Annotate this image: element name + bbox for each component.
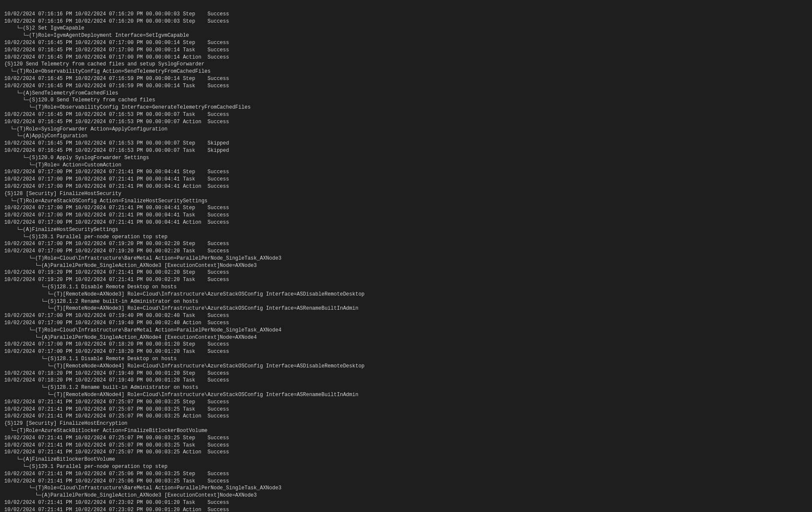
tree-line: └─(T)Role=ObservabilityConfig Action=Sen… (4, 68, 210, 74)
log-line: 10/02/2024 07:21:41 PM 10/02/2024 07:25:… (4, 435, 229, 441)
tree-line: └─(T)Role=Cloud\Infrastructure\BareMetal… (4, 485, 281, 491)
log-line: 10/02/2024 07:17:00 PM 10/02/2024 07:21:… (4, 169, 229, 175)
log-line: 10/02/2024 07:16:16 PM 10/02/2024 07:16:… (4, 11, 229, 17)
tree-line: └─(S)128.1.2 Rename built-in Administrat… (4, 299, 198, 305)
log-line: 10/02/2024 07:16:45 PM 10/02/2024 07:16:… (4, 140, 229, 146)
tree-line: {S}120 Send Telemetry from cached files … (4, 61, 204, 67)
tree-line: └─(A)SendTelemetryFromCachedFiles (4, 90, 118, 96)
tree-line: └─(S)129.1 Parallel per-node operation t… (4, 464, 168, 470)
tree-line: └─(T)Role=AzureStackBitlocker Action=Fin… (4, 428, 207, 434)
log-line: 10/02/2024 07:18:20 PM 10/02/2024 07:19:… (4, 377, 229, 383)
log-line: 10/02/2024 07:17:00 PM 10/02/2024 07:21:… (4, 205, 229, 211)
log-line: 10/02/2024 07:19:20 PM 10/02/2024 07:21:… (4, 269, 229, 275)
log-line: 10/02/2024 07:21:41 PM 10/02/2024 07:23:… (4, 507, 229, 512)
log-line: 10/02/2024 07:21:41 PM 10/02/2024 07:25:… (4, 478, 229, 484)
log-line: 10/02/2024 07:17:00 PM 10/02/2024 07:18:… (4, 341, 229, 347)
log-line: 10/02/2024 07:16:45 PM 10/02/2024 07:16:… (4, 148, 229, 154)
log-line: 10/02/2024 07:21:41 PM 10/02/2024 07:25:… (4, 406, 229, 412)
tree-line: {S}128 [Security] FinalizeHostSecurity (4, 191, 121, 197)
log-line: 10/02/2024 07:16:45 PM 10/02/2024 07:17:… (4, 54, 229, 60)
tree-line: └─(A)FinalizeBitlockerBootVolume (4, 456, 115, 462)
log-line: 10/02/2024 07:16:45 PM 10/02/2024 07:16:… (4, 119, 229, 125)
log-line: 10/02/2024 07:17:00 PM 10/02/2024 07:21:… (4, 176, 229, 182)
log-line: 10/02/2024 07:16:45 PM 10/02/2024 07:16:… (4, 83, 229, 89)
tree-line: └─(S)120.0 Apply SyslogForwarder Setting… (4, 155, 149, 161)
tree-line: └─(S)128.1 Parallel per-node operation t… (4, 234, 168, 240)
tree-line: └─(S)128.1.1 Disable Remote Desktop on h… (4, 356, 177, 362)
tree-line: └─(T)Role=Cloud\Infrastructure\BareMetal… (4, 255, 281, 261)
log-line: 10/02/2024 07:16:45 PM 10/02/2024 07:16:… (4, 112, 229, 118)
tree-line: └─(A)ParallelPerNode_SingleAction_AXNode… (4, 492, 257, 498)
log-line: 10/02/2024 07:17:00 PM 10/02/2024 07:21:… (4, 219, 229, 225)
tree-line: └─(S)128.1.1 Disable Remote Desktop on h… (4, 284, 177, 290)
tree-line: └─(S)2 Set IgvmCapable (4, 25, 84, 31)
tree-line: {S}129 [Security] FinalizeHostEncryption (4, 420, 127, 426)
tree-line: └─(A)FinalizeHostSecuritySettings (4, 227, 118, 233)
log-line: 10/02/2024 07:21:41 PM 10/02/2024 07:25:… (4, 442, 229, 448)
tree-line: └─(T)[RemoteNode=AXNode4] Role=Cloud\Inf… (4, 392, 358, 398)
log-line: 10/02/2024 07:21:41 PM 10/02/2024 07:25:… (4, 399, 229, 405)
log-line: 10/02/2024 07:21:41 PM 10/02/2024 07:25:… (4, 413, 229, 419)
log-line: 10/02/2024 07:17:00 PM 10/02/2024 07:19:… (4, 313, 229, 319)
log-line: 10/02/2024 07:21:41 PM 10/02/2024 07:25:… (4, 471, 229, 477)
log-line: 10/02/2024 07:21:41 PM 10/02/2024 07:25:… (4, 449, 229, 455)
log-line: 10/02/2024 07:18:20 PM 10/02/2024 07:19:… (4, 370, 229, 376)
log-line: 10/02/2024 07:21:41 PM 10/02/2024 07:23:… (4, 500, 229, 506)
log-line: 10/02/2024 07:17:00 PM 10/02/2024 07:18:… (4, 349, 229, 355)
tree-line: └─(A)ApplyConfiguration (4, 133, 87, 139)
log-line: 10/02/2024 07:16:45 PM 10/02/2024 07:17:… (4, 40, 229, 46)
log-line: 10/02/2024 07:17:00 PM 10/02/2024 07:21:… (4, 212, 229, 218)
tree-line: └─(A)ParallelPerNode_SingleAction_AXNode… (4, 334, 257, 340)
tree-line: └─(S)128.1.2 Rename built-in Administrat… (4, 385, 198, 391)
log-line: 10/02/2024 07:16:16 PM 10/02/2024 07:16:… (4, 18, 229, 24)
tree-line: └─(T)Role=AzureStackOSConfig Action=Fina… (4, 198, 207, 204)
tree-line: └─(S)120.0 Send Telemetry from cached fi… (4, 97, 155, 103)
tree-line: └─(T)[RemoteNode=AXNode3] Role=Cloud\Inf… (4, 305, 358, 311)
log-line: 10/02/2024 07:19:20 PM 10/02/2024 07:21:… (4, 277, 229, 283)
tree-line: └─(T)Role=SyslogForwarder Action=ApplyCo… (4, 126, 168, 132)
terminal-output: 10/02/2024 07:16:16 PM 10/02/2024 07:16:… (0, 0, 812, 512)
log-line: 10/02/2024 07:16:45 PM 10/02/2024 07:16:… (4, 76, 229, 82)
log-content: 10/02/2024 07:16:16 PM 10/02/2024 07:16:… (4, 11, 808, 512)
tree-line: └─(T)Role= Action=CustomAction (4, 162, 121, 168)
tree-line: └─(T)[RemoteNode=AXNode4] Role=Cloud\Inf… (4, 363, 365, 369)
tree-line: └─(T)Role=ObservabilityConfig Interface=… (4, 104, 251, 110)
tree-line: └─(T)Role=Cloud\Infrastructure\BareMetal… (4, 327, 281, 333)
tree-line: └─(A)ParallelPerNode_SingleAction_AXNode… (4, 263, 257, 269)
log-line: 10/02/2024 07:17:00 PM 10/02/2024 07:21:… (4, 183, 229, 189)
log-line: 10/02/2024 07:16:45 PM 10/02/2024 07:17:… (4, 47, 229, 53)
log-line: 10/02/2024 07:17:00 PM 10/02/2024 07:19:… (4, 320, 229, 326)
tree-line: └─(T)[RemoteNode=AXNode3] Role=Cloud\Inf… (4, 291, 365, 297)
log-line: 10/02/2024 07:17:00 PM 10/02/2024 07:19:… (4, 241, 229, 247)
tree-line: └─(T)Role=IgvmAgentDeployment Interface=… (4, 33, 189, 38)
log-line: 10/02/2024 07:17:00 PM 10/02/2024 07:19:… (4, 248, 229, 254)
